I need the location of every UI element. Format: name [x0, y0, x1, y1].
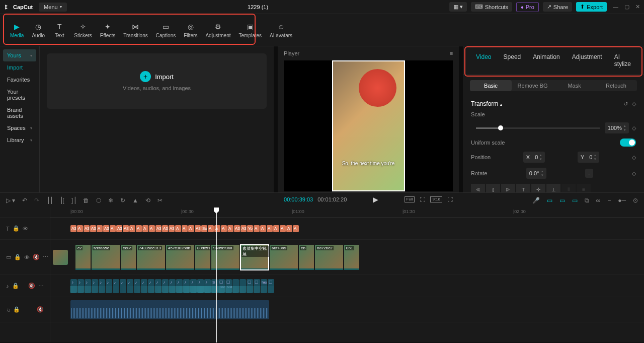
tool-filters[interactable]: ◎Filters	[180, 20, 201, 40]
split-tool[interactable]: ⎥⎥	[46, 197, 52, 204]
zoom-fit[interactable]: ⊙	[633, 197, 638, 204]
mute-icon[interactable]: 🔇	[33, 254, 40, 260]
audio-clip[interactable]: ♪	[92, 279, 98, 293]
caption-clip[interactable]: A	[273, 225, 279, 232]
inspector-tab-video[interactable]: Video	[470, 50, 497, 71]
video-clip[interactable]: bd726c2	[315, 245, 343, 270]
video-clip[interactable]: 素菜集中空镜展	[240, 245, 269, 270]
timeline-ruler[interactable]: |00:00|00:30|01:00|01:30|02:00	[50, 208, 644, 218]
caption-clip[interactable]: A3	[234, 225, 240, 232]
inspector-subtab-basic[interactable]: Basic	[470, 80, 512, 91]
menu-button[interactable]: Menu ▾	[39, 3, 67, 12]
audio-clip[interactable]: ♪	[204, 279, 211, 293]
eye-icon[interactable]: 👁	[23, 226, 28, 232]
align-top[interactable]: ⊤	[516, 184, 530, 192]
marker-tool[interactable]: ⬡	[96, 197, 101, 204]
zoom-slider[interactable]: ●─	[618, 197, 626, 204]
audio-clip[interactable]: ☐	[268, 279, 274, 293]
audio-clip[interactable]: ♪	[183, 279, 190, 293]
align-bottom[interactable]: ⊥	[546, 184, 560, 192]
layout-button[interactable]: ▦ ▾	[449, 2, 467, 12]
audio-clip[interactable]: ☐ sor	[225, 279, 232, 293]
inspector-tab-adjustment[interactable]: Adjustment	[566, 50, 608, 71]
video-clip[interactable]: 80dc51	[195, 245, 210, 270]
sidebar-item-brand-assets[interactable]: Brand assets	[3, 104, 36, 122]
audio-clip[interactable]: ♪	[113, 279, 119, 293]
tool-stickers[interactable]: ✧Stickers	[70, 20, 96, 40]
undo-button[interactable]: ↶	[22, 197, 27, 204]
caption-clip[interactable]: A	[77, 225, 83, 232]
position-y-input[interactable]: Y 0▴▾	[578, 152, 599, 163]
tool-templates[interactable]: ▣Templates	[234, 20, 266, 40]
align-left[interactable]: ⫷	[471, 184, 485, 192]
tool-transitions[interactable]: ⋈Transitions	[119, 20, 152, 40]
inspector-subtab-remove-bg[interactable]: Remove BG	[512, 80, 553, 91]
split-right[interactable]: ]⎥	[71, 197, 76, 204]
video-clip[interactable]: 9685bf36a	[211, 245, 239, 270]
video-clip[interactable]: 0b1	[344, 245, 359, 270]
rotate-input[interactable]: 0.0°▴▾	[526, 168, 546, 179]
caption-clip[interactable]: A	[136, 225, 142, 232]
transform-header[interactable]: Transform ▴	[471, 100, 502, 107]
magnet-icon[interactable]: ⧉	[585, 197, 589, 204]
uniform-scale-toggle[interactable]	[620, 139, 636, 147]
video-clip[interactable]: 68f78b9	[270, 245, 298, 270]
caption-clip[interactable]: A	[221, 225, 227, 232]
caption-clip[interactable]: A	[142, 225, 148, 232]
music-clip[interactable]	[70, 300, 269, 319]
import-button[interactable]: + Import Videos, audios, and images	[47, 53, 267, 109]
mic-button[interactable]: 🎤	[532, 197, 540, 204]
audio-clip[interactable]: ♪	[134, 279, 140, 293]
video-clip[interactable]: eb	[299, 245, 314, 270]
lock-icon[interactable]: 🔒	[13, 306, 20, 313]
close-icon[interactable]: ✕	[635, 4, 640, 10]
keyframe-icon[interactable]: ◇	[632, 101, 636, 107]
mute-icon[interactable]: 🔇	[28, 283, 35, 289]
audio-clip[interactable]: ♪	[127, 279, 133, 293]
audio-clip[interactable]: ♪	[106, 279, 112, 293]
align-center-v[interactable]: ✛	[531, 184, 545, 192]
caption-clip[interactable]: A	[293, 225, 299, 232]
caption-clip[interactable]: A	[280, 225, 286, 232]
align-center-h[interactable]: ⫿	[486, 184, 500, 192]
sidebar-item-library[interactable]: Library▾	[3, 134, 36, 146]
share-button[interactable]: ↗ Share	[543, 2, 572, 12]
position-keyframe-icon[interactable]: ◇	[632, 154, 636, 161]
scale-keyframe-icon[interactable]: ◇	[632, 125, 636, 131]
caption-clip[interactable]: A3	[90, 225, 96, 232]
sidebar-item-yours[interactable]: Yours▾	[3, 49, 36, 61]
lock-icon[interactable]: 🔒	[14, 254, 21, 260]
scale-slider[interactable]	[476, 127, 600, 129]
caption-clip[interactable]: A	[254, 225, 260, 232]
track-opt1[interactable]: ▭	[547, 197, 552, 204]
cover-thumbnail[interactable]	[53, 250, 68, 265]
caption-clip[interactable]: A	[260, 225, 266, 232]
maximize-icon[interactable]: ▢	[624, 4, 629, 10]
scale-value[interactable]: 100%▴▾	[605, 122, 629, 133]
player-canvas[interactable]: So, the next time you're	[284, 60, 453, 191]
full-button[interactable]: Full	[405, 196, 415, 202]
audio-clip[interactable]: ♪	[77, 279, 84, 293]
caption-clip[interactable]: A	[267, 225, 273, 232]
crop-icon[interactable]: ⛶	[420, 196, 425, 202]
link-icon[interactable]: ∞	[596, 197, 601, 204]
caption-clip[interactable]: A3	[70, 225, 76, 232]
video-clip[interactable]: f26faa5c	[92, 245, 120, 270]
caption-clip[interactable]: A	[286, 225, 292, 232]
audio-clip[interactable]	[239, 279, 246, 293]
video-clip[interactable]: 457c302bdb	[166, 245, 194, 270]
caption-clip[interactable]: A	[97, 225, 103, 232]
shortcuts-button[interactable]: ⌨ Shortcuts	[471, 2, 512, 12]
caption-clip[interactable]: A3	[123, 225, 129, 232]
playhead[interactable]	[216, 208, 217, 342]
tool-captions[interactable]: ▭Captions	[152, 20, 180, 40]
audio-clip[interactable]: ♪	[120, 279, 126, 293]
caption-clip[interactable]: A3	[169, 225, 175, 232]
caption-clip[interactable]: A	[188, 225, 194, 232]
sidebar-item-import[interactable]: Import	[3, 61, 36, 74]
cursor-tool[interactable]: ▷ ▾	[6, 197, 15, 204]
audio-clip[interactable]: hea	[261, 279, 267, 293]
audio-clip[interactable]: ♪	[162, 279, 169, 293]
audio-clip[interactable]: ♪	[70, 279, 77, 293]
tool-text[interactable]: TText	[49, 20, 70, 40]
